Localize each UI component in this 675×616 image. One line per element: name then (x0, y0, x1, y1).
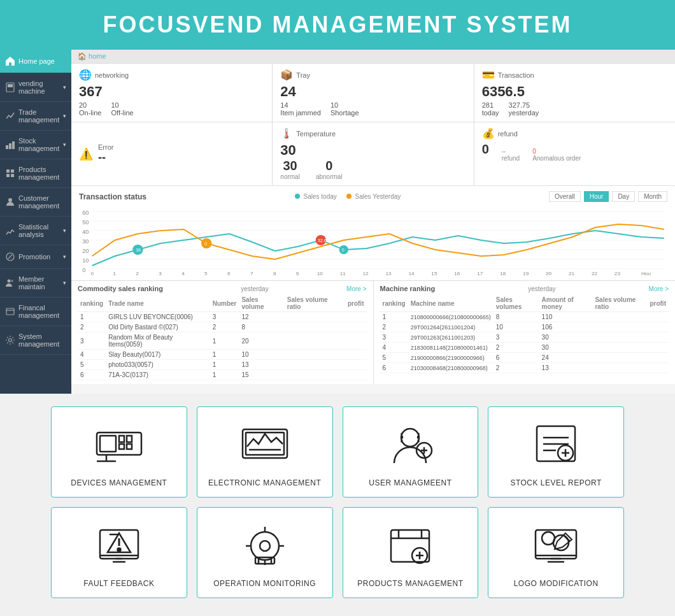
tab-day[interactable]: Day (612, 191, 635, 202)
svg-text:10: 10 (82, 257, 89, 264)
sidebar-item-promo[interactable]: Promotion ▾ (0, 245, 71, 269)
trade-icon (5, 111, 15, 121)
transaction-title: Transaction (498, 71, 534, 79)
networking-big: 367 (79, 83, 103, 100)
shortcut-devices[interactable]: DEVICES MANAGEMENT (51, 406, 187, 498)
svg-text:20: 20 (82, 248, 89, 254)
shortcut-user-label: USER MANAGMEENT (369, 478, 451, 487)
shortcuts-row2: FAULT FEEDBACK OPERATION MONITORING (51, 507, 624, 598)
sidebar-item-vending[interactable]: vending machine ▾ (0, 73, 71, 102)
col-m-amount: Amount of money (539, 295, 593, 312)
table-row: 1210800000666(210800000665)8110 (380, 312, 669, 322)
svg-point-84 (117, 548, 120, 552)
stat-error: ⚠️ Error -- (71, 122, 272, 185)
breadcrumb-home-link[interactable]: home (89, 52, 106, 60)
svg-point-86 (251, 532, 279, 560)
finance-icon (5, 306, 15, 317)
sidebar-item-system[interactable]: System management (0, 326, 71, 355)
shortcut-fault[interactable]: FAULT FEEDBACK (51, 507, 187, 598)
svg-rect-95 (391, 530, 429, 562)
tray-title: Tray (296, 71, 310, 79)
devices-icon (94, 420, 145, 471)
vending-arrow-icon: ▾ (63, 84, 66, 90)
stat-temperature: 🌡️ Temperature 30 30 normal 0 abnormal (273, 122, 473, 185)
sidebar-item-home[interactable]: Home page (0, 50, 71, 73)
error-val: -- (98, 151, 113, 164)
sidebar-label-system: System management (18, 333, 66, 348)
svg-text:Hou: Hou (641, 271, 651, 275)
sidebar-label-member: Member maintain (18, 275, 63, 290)
sidebar-item-finance[interactable]: Financal management (0, 297, 71, 326)
shortcut-operation[interactable]: OPERATION MONITORING (197, 507, 333, 598)
svg-text:11: 11 (340, 271, 346, 275)
sidebar-item-stock[interactable]: Stock management ▾ (0, 131, 71, 159)
svg-text:0: 0 (204, 241, 207, 247)
shortcut-operation-label: OPERATION MONITORING (213, 579, 316, 588)
tab-overall[interactable]: Overall (549, 191, 581, 202)
transaction-sub2-val: 327.75 (509, 101, 539, 109)
promo-icon (5, 252, 15, 262)
networking-title: networking (95, 71, 129, 79)
machine-table: ranking Machine name Sales volumes Amoun… (380, 295, 669, 373)
tab-hour[interactable]: Hour (584, 191, 609, 202)
svg-rect-13 (6, 308, 14, 315)
commodity-more-link[interactable]: More > (346, 285, 366, 292)
electronic-icon (239, 420, 290, 471)
legend-today: Sales today (295, 193, 337, 200)
error-icon: ⚠️ (79, 147, 93, 161)
shortcut-electronic[interactable]: ELECTRONIC MANAGEMENT (197, 406, 333, 498)
sidebar-item-trade[interactable]: Trade management ▾ (0, 102, 71, 131)
sidebar-item-customer[interactable]: Customer management (0, 188, 71, 217)
svg-text:5: 5 (204, 271, 208, 275)
svg-text:9: 9 (296, 271, 299, 275)
svg-text:0: 0 (82, 267, 85, 273)
svg-text:12: 12 (363, 271, 369, 275)
temp-big: 30 (280, 142, 295, 159)
svg-text:0: 0 (90, 271, 94, 275)
chart-legend: Sales today Sales Yesterday (295, 193, 401, 200)
system-icon (5, 335, 15, 345)
networking-sub2-val: 10 (111, 101, 133, 109)
stats-grid-row2: ⚠️ Error -- 🌡️ Temperature 30 30 (71, 122, 675, 186)
sidebar-item-member[interactable]: Member maintain ▾ (0, 269, 71, 297)
shortcut-products[interactable]: PRODUCTS MANAGEMENT (343, 507, 479, 598)
temp-title: Temperature (296, 130, 336, 138)
transaction-sub1-label: today (482, 109, 499, 117)
machine-more-link[interactable]: More > (649, 285, 669, 292)
table-row: 5photo033(0057)113 (78, 360, 367, 370)
svg-point-87 (260, 541, 270, 551)
machine-icon (5, 82, 15, 92)
col-m-name: Machine name (408, 295, 494, 312)
svg-text:50: 50 (82, 219, 89, 226)
sidebar-item-products[interactable]: Products management (0, 159, 71, 188)
svg-rect-5 (6, 169, 10, 173)
member-arrow-icon: ▾ (63, 280, 66, 286)
col-sales-vol: Sales volume (239, 295, 284, 312)
col-m-sales: Sales volumes (494, 295, 539, 312)
dashboard: 🏠 home 🌐 networking 367 20 On-line (71, 50, 675, 394)
svg-rect-8 (11, 174, 14, 177)
shortcut-logo[interactable]: LOGO MODIFICATION (488, 507, 624, 598)
sidebar-item-stats[interactable]: Statistical analysis ▾ (0, 217, 71, 245)
svg-text:32.6: 32.6 (318, 238, 327, 243)
shortcut-fault-label: FAULT FEEDBACK (83, 579, 154, 588)
shortcut-user[interactable]: USER MANAGMEENT (343, 406, 479, 498)
stats-icon (5, 226, 15, 236)
shortcut-stock[interactable]: STOCK LEVEL REPORT (488, 406, 624, 498)
table-row: 329T001263(2611001203)330 (380, 333, 669, 343)
networking-sub2-label: Off-line (111, 109, 133, 117)
tab-month[interactable]: Month (638, 191, 667, 202)
svg-rect-3 (9, 143, 11, 149)
legend-yesterday: Sales Yesterday (346, 193, 401, 200)
sidebar-label-home: Home page (18, 57, 55, 65)
svg-text:7: 7 (250, 271, 253, 275)
svg-text:21: 21 (569, 271, 575, 275)
member-icon (5, 278, 15, 288)
products-mgmt-icon (385, 520, 436, 571)
col-m-profit: profit (647, 295, 669, 312)
svg-rect-66 (119, 444, 124, 449)
commodity-yesterday: yesterday (241, 285, 268, 292)
svg-rect-7 (6, 174, 10, 177)
svg-text:1: 1 (113, 271, 116, 275)
commodity-table-title: Commodity sales ranking (78, 285, 163, 292)
